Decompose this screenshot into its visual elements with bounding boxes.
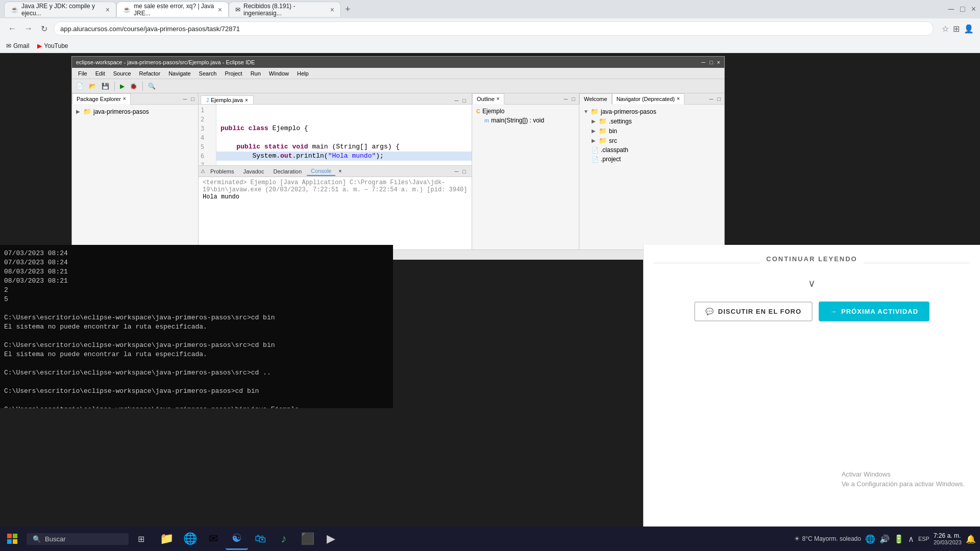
tab-2[interactable]: ☕ me sale este error, xq? | Java JRE... … xyxy=(116,2,229,17)
console-minimize-btn[interactable]: ─ xyxy=(453,168,460,175)
menu-edit[interactable]: Edit xyxy=(91,69,109,78)
clock[interactable]: 7:26 a. m. 20/03/2023 xyxy=(934,532,962,545)
outline-maximize-btn[interactable]: □ xyxy=(570,95,577,103)
editor-minimize-btn[interactable]: ─ xyxy=(453,97,460,104)
taskbar-app-cmd[interactable]: ▶ xyxy=(320,528,342,550)
editor-tab-ejemplo[interactable]: J Ejemplo.java × xyxy=(201,95,254,104)
tab-close-3[interactable]: × xyxy=(330,6,334,14)
nav-project-file[interactable]: 📄 .project xyxy=(579,155,724,164)
toolbar-save[interactable]: 💾 xyxy=(100,82,111,91)
taskbar-app-terminal[interactable]: ⬛ xyxy=(296,528,318,550)
menu-search[interactable]: Search xyxy=(195,69,221,78)
divider-left xyxy=(654,263,760,263)
tree-project[interactable]: ▶ 📁 java-primeros-pasos xyxy=(72,107,198,116)
activate-windows-title: Activar Windows xyxy=(842,470,965,478)
start-button[interactable] xyxy=(0,527,24,551)
navigator-maximize-btn[interactable]: □ xyxy=(716,95,722,103)
console-tab-problems[interactable]: Problems xyxy=(206,167,238,176)
nav-bin[interactable]: ▶ 📁 bin xyxy=(579,126,724,136)
navigator-tab[interactable]: Navigator (Deprecated) × xyxy=(612,93,684,105)
taskbar-search-box[interactable]: 🔍 Buscar xyxy=(27,533,129,545)
welcome-tab[interactable]: Welcome xyxy=(579,93,612,105)
pkg-maximize-btn[interactable]: □ xyxy=(189,95,196,103)
weather-text: 8°C Mayorm. soleado xyxy=(802,535,861,542)
close-icon[interactable]: × xyxy=(971,5,976,14)
nav-settings-icon: 📁 xyxy=(599,117,607,125)
course-panel: CONTINUAR LEYENDO ∨ 💬 DISCUTIR EN EL FOR… xyxy=(643,245,980,551)
code-content[interactable]: public class Ejemplo { public static voi… xyxy=(216,105,472,165)
forward-button[interactable]: → xyxy=(22,22,35,35)
tab-close-2[interactable]: × xyxy=(218,6,222,14)
package-explorer-close-icon[interactable]: × xyxy=(123,96,126,102)
menu-window[interactable]: Window xyxy=(265,69,293,78)
editor-tab-close-icon[interactable]: × xyxy=(245,97,248,103)
eclipse-minimize-icon[interactable]: ─ xyxy=(701,59,705,65)
volume-icon[interactable]: 🔊 xyxy=(879,534,890,544)
editor-maximize-btn[interactable]: □ xyxy=(461,97,468,104)
editor-panel-controls: ─ □ xyxy=(453,97,470,104)
code-editor[interactable]: 12345 6789 public class Ejemplo { public… xyxy=(199,105,472,165)
minimize-icon[interactable]: ─ xyxy=(948,5,954,14)
new-tab-button[interactable]: + xyxy=(341,4,355,15)
taskbar-task-view[interactable]: ⊞ xyxy=(131,529,151,549)
eclipse-maximize-icon[interactable]: □ xyxy=(709,59,713,65)
battery-icon[interactable]: 🔋 xyxy=(894,534,904,544)
console-tab-declaration[interactable]: Declaration xyxy=(269,167,306,176)
tab-1[interactable]: ☕ Java JRE y JDK: compile y ejecu... × xyxy=(4,2,116,17)
tab-close-1[interactable]: × xyxy=(106,6,110,14)
maximize-icon[interactable]: □ xyxy=(960,5,965,14)
taskbar-app-chrome[interactable]: 🌐 xyxy=(179,528,201,550)
toolbar-new[interactable]: 📄 xyxy=(74,82,86,91)
taskbar-app-eclipse[interactable]: ☯ xyxy=(226,528,248,550)
network-icon[interactable]: 🌐 xyxy=(865,534,875,544)
bookmark-youtube[interactable]: ▶ YouTube xyxy=(37,42,68,49)
toolbar-run[interactable]: ▶ xyxy=(118,82,127,91)
discuss-forum-button[interactable]: 💬 DISCUTIR EN EL FORO xyxy=(694,302,813,321)
navigator-close-icon[interactable]: × xyxy=(677,96,680,102)
weather-widget[interactable]: ☀ 8°C Mayorm. soleado xyxy=(794,535,861,542)
pkg-minimize-btn[interactable]: ─ xyxy=(182,95,189,103)
bookmark-icon[interactable]: ☆ xyxy=(942,24,949,34)
taskbar-app-explorer[interactable]: 📁 xyxy=(155,528,178,550)
nav-classpath[interactable]: 📄 .classpath xyxy=(579,145,724,155)
extensions-icon[interactable]: ⊞ xyxy=(953,24,960,34)
menu-run[interactable]: Run xyxy=(247,69,265,78)
console-tab-javadoc[interactable]: Javadoc xyxy=(239,167,268,176)
chevron-up-icon[interactable]: ∧ xyxy=(908,534,914,544)
back-button[interactable]: ← xyxy=(6,22,18,35)
taskbar-app-mail[interactable]: ✉ xyxy=(202,528,225,550)
taskbar-app-store[interactable]: 🛍 xyxy=(249,528,272,550)
outline-close-icon[interactable]: × xyxy=(497,96,500,102)
next-activity-button[interactable]: → PRÓXIMA ACTIVIDAD xyxy=(819,302,929,321)
address-bar[interactable]: app.aluracursos.com/course/java-primeros… xyxy=(54,21,934,36)
taskbar-app-spotify[interactable]: ♪ xyxy=(273,528,295,550)
menu-navigate[interactable]: Navigate xyxy=(164,69,194,78)
navigator-minimize-btn[interactable]: ─ xyxy=(708,95,715,103)
outline-minimize-btn[interactable]: ─ xyxy=(562,95,570,103)
menu-project[interactable]: Project xyxy=(220,69,246,78)
toolbar-open[interactable]: 📂 xyxy=(87,82,99,91)
account-icon[interactable]: 👤 xyxy=(964,24,974,34)
console-tab-close-icon[interactable]: × xyxy=(338,168,341,174)
bookmark-gmail[interactable]: ✉ Gmail xyxy=(6,42,29,49)
menu-file[interactable]: File xyxy=(74,69,91,78)
toolbar-debug[interactable]: 🐞 xyxy=(128,82,139,91)
outline-tab[interactable]: Outline × xyxy=(472,93,504,105)
toolbar-search[interactable]: 🔍 xyxy=(146,82,158,91)
console-tab-console[interactable]: Console xyxy=(307,167,335,176)
gmail-icon: ✉ xyxy=(6,42,11,49)
eclipse-close-icon[interactable]: × xyxy=(717,59,720,65)
nav-project[interactable]: ▼ 📁 java-primeros-pasos xyxy=(579,107,724,116)
menu-refactor[interactable]: Refactor xyxy=(135,69,165,78)
nav-src[interactable]: ▶ 📁 src xyxy=(579,136,724,145)
nav-settings[interactable]: ▶ 📁 .settings xyxy=(579,116,724,126)
outline-method-item[interactable]: m main(String[]) : void xyxy=(472,116,579,125)
menu-source[interactable]: Source xyxy=(109,69,135,78)
outline-class-item[interactable]: C Ejemplo xyxy=(472,107,579,116)
console-maximize-btn[interactable]: □ xyxy=(461,168,468,175)
menu-help[interactable]: Help xyxy=(293,69,313,78)
tab-3[interactable]: ✉ Recibidos (8.191) - ingenierasig... × xyxy=(229,2,341,17)
refresh-button[interactable]: ↻ xyxy=(39,22,50,36)
notifications-icon[interactable]: 🔔 xyxy=(966,534,976,544)
package-explorer-tab[interactable]: Package Explorer × xyxy=(72,93,131,105)
